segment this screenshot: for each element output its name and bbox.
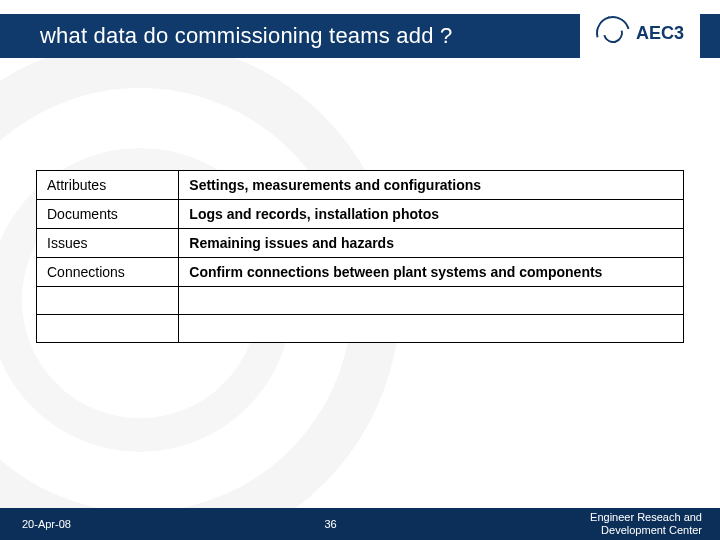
cell-value: Confirm connections between plant system… — [179, 258, 684, 287]
aec3-logo: AEC3 — [596, 16, 684, 50]
cell-value — [179, 287, 684, 315]
logo-wrap: AEC3 — [580, 3, 700, 63]
cell-key — [37, 315, 179, 343]
table-row: Connections Confirm connections between … — [37, 258, 684, 287]
table-row: Attributes Settings, measurements and co… — [37, 171, 684, 200]
table-row: Issues Remaining issues and hazards — [37, 229, 684, 258]
footer-date: 20-Apr-08 — [0, 518, 71, 530]
cell-key — [37, 287, 179, 315]
footer-org-line2: Development Center — [601, 524, 702, 536]
content-area: Attributes Settings, measurements and co… — [36, 170, 684, 343]
logo-swirl-icon — [590, 10, 636, 56]
footer-page-number: 36 — [71, 518, 590, 530]
cell-key: Issues — [37, 229, 179, 258]
cell-value — [179, 315, 684, 343]
cell-value: Remaining issues and hazards — [179, 229, 684, 258]
footer-org-line1: Engineer Reseach and — [590, 511, 702, 523]
cell-key: Attributes — [37, 171, 179, 200]
table-row — [37, 287, 684, 315]
cell-key: Connections — [37, 258, 179, 287]
cell-value: Settings, measurements and configuration… — [179, 171, 684, 200]
table-row — [37, 315, 684, 343]
cell-key: Documents — [37, 200, 179, 229]
footer-bar: 20-Apr-08 36 Engineer Reseach and Develo… — [0, 508, 720, 540]
cell-value: Logs and records, installation photos — [179, 200, 684, 229]
table-row: Documents Logs and records, installation… — [37, 200, 684, 229]
footer-org: Engineer Reseach and Development Center — [590, 511, 720, 536]
slide-title: what data do commissioning teams add ? — [40, 23, 452, 49]
logo-text: AEC3 — [636, 23, 684, 44]
data-table: Attributes Settings, measurements and co… — [36, 170, 684, 343]
